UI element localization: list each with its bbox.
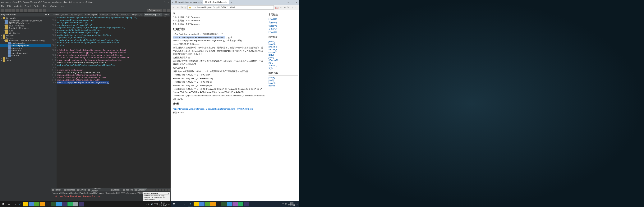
sidebar-link[interactable]: maven bbox=[268, 84, 298, 87]
app-icon[interactable] bbox=[199, 202, 204, 206]
minimize-icon[interactable]: ─ bbox=[160, 1, 162, 4]
tree-item[interactable]: ▸zhao bbox=[0, 59, 51, 62]
tree-item[interactable]: ▸Java Resources bbox=[0, 24, 51, 27]
menu-search[interactable]: Search bbox=[24, 5, 31, 7]
toolbar-button[interactable] bbox=[8, 9, 12, 12]
menu-icon[interactable]: ▾ bbox=[48, 14, 50, 16]
favorite-icon[interactable]: ☆ bbox=[280, 6, 282, 9]
sidebar-link[interactable]: centos(2) bbox=[268, 51, 298, 54]
sidebar-link[interactable]: 我的标签 bbox=[268, 31, 298, 34]
close-icon[interactable]: ✕ bbox=[168, 1, 170, 4]
app-icon[interactable] bbox=[73, 202, 78, 206]
app-icon[interactable] bbox=[40, 202, 45, 206]
bottom-tab-servers[interactable]: Servers bbox=[76, 188, 87, 191]
sidebar-link[interactable]: python(4) bbox=[268, 46, 298, 48]
edge-icon[interactable]: e bbox=[188, 202, 194, 206]
refresh-button[interactable]: ↻ bbox=[180, 6, 183, 9]
tree-item[interactable]: ▸WebContent bbox=[0, 32, 51, 34]
toolbar-button[interactable] bbox=[1, 9, 4, 12]
sidebar-link[interactable]: 我的随笔 bbox=[268, 18, 298, 21]
sidebar-link[interactable]: java(4) bbox=[268, 40, 298, 43]
code-editor[interactable]: 123 124 125 126 127 128 129 130 131 132 … bbox=[51, 16, 171, 188]
sidebar-link[interactable]: linux(4) bbox=[268, 82, 298, 84]
console-icon[interactable] bbox=[156, 188, 158, 191]
editor-tab[interactable]: shopcar.jsp bbox=[131, 13, 144, 16]
bottom-tab-snippets[interactable]: Snippets bbox=[110, 188, 122, 191]
tree-item[interactable]: ▾Tomcat v9.0 Server at localhost-config bbox=[0, 39, 51, 42]
menu-edit[interactable]: Edit bbox=[7, 5, 11, 7]
quick-access[interactable]: Quick Access bbox=[147, 8, 162, 12]
tree-item[interactable]: tomcat-users.xml bbox=[0, 52, 51, 54]
link-icon[interactable]: ⫘ bbox=[45, 14, 47, 16]
volume-icon[interactable]: 🔊 bbox=[150, 203, 153, 205]
sidebar-link[interactable]: 最新评论 bbox=[268, 28, 298, 31]
tree-item[interactable]: ▸build bbox=[0, 29, 51, 32]
notifications-icon[interactable]: ▭ bbox=[168, 203, 170, 205]
clock-date[interactable]: 2018/4/8 bbox=[288, 204, 295, 206]
toolbar-button[interactable] bbox=[24, 9, 27, 12]
notifications-icon[interactable]: ▭ bbox=[296, 203, 298, 205]
close-icon[interactable]: × bbox=[168, 192, 169, 194]
start-button[interactable]: ⊞ bbox=[171, 202, 177, 206]
tree-item[interactable]: web.xml bbox=[0, 54, 51, 57]
cortana-icon[interactable]: ○ bbox=[177, 202, 182, 206]
perspective-button[interactable] bbox=[163, 9, 166, 12]
reading-icon[interactable]: 📖 bbox=[275, 6, 278, 9]
menu-file[interactable]: File bbox=[1, 5, 4, 7]
editor-tab[interactable]: MyTools.java bbox=[70, 13, 84, 16]
toolbar-button[interactable] bbox=[35, 9, 38, 12]
app-icon[interactable] bbox=[34, 202, 40, 206]
reference-link[interactable]: https://tomcat.apache.org/tomcat-7.0-doc… bbox=[173, 108, 256, 110]
wifi-icon[interactable]: ⊚ bbox=[148, 203, 149, 205]
tree-item[interactable]: ▸JavaScript Resources bbox=[0, 27, 51, 29]
tree-item[interactable]: ▸JAX-WS Web Services bbox=[0, 22, 51, 24]
toolbar-button[interactable] bbox=[16, 9, 19, 12]
eclipse-taskbar-icon[interactable] bbox=[62, 202, 67, 206]
browser-tab[interactable]: Invalid character found in th bbox=[174, 0, 203, 4]
app-icon[interactable] bbox=[68, 202, 73, 206]
sidebar-link[interactable]: jdk(2) bbox=[268, 54, 298, 56]
menu-window[interactable]: Window bbox=[50, 5, 57, 7]
app-icon[interactable] bbox=[216, 202, 221, 206]
sidebar-link[interactable]: jre(1) bbox=[268, 62, 298, 64]
bottom-tab-properties[interactable]: Properties bbox=[63, 188, 76, 191]
app-icon[interactable] bbox=[45, 202, 50, 206]
app-icon[interactable] bbox=[51, 202, 56, 206]
tree-item[interactable]: catalina.policy bbox=[0, 42, 51, 44]
toolbar-button[interactable] bbox=[39, 9, 42, 12]
eclipse-taskbar-icon[interactable] bbox=[78, 202, 84, 206]
network-icon[interactable]: ▵ bbox=[146, 203, 146, 205]
code-content[interactable]: commons-httpclient-*.jar,commons-io-*.ja… bbox=[56, 16, 171, 188]
clock-time[interactable]: 9:28 bbox=[288, 202, 295, 204]
clock-date[interactable]: 2018/4/8 bbox=[160, 204, 167, 206]
minimize-icon[interactable]: ─ bbox=[288, 1, 289, 4]
perspective-button[interactable] bbox=[167, 9, 170, 12]
share-icon[interactable]: ⇪ bbox=[291, 6, 293, 9]
console-icon[interactable] bbox=[148, 188, 150, 191]
clock-time[interactable]: 9:28 bbox=[160, 202, 167, 204]
app-icon[interactable] bbox=[227, 202, 232, 206]
editor-tab[interactable]: ShopCar.java bbox=[84, 13, 98, 16]
console-icon[interactable] bbox=[162, 188, 164, 191]
app-icon[interactable] bbox=[205, 202, 210, 206]
menu-help[interactable]: Help bbox=[60, 5, 64, 7]
menu-project[interactable]: Project bbox=[34, 5, 40, 7]
bottom-tab-problems[interactable]: Problems bbox=[122, 188, 134, 191]
home-button[interactable]: ⌂ bbox=[184, 6, 186, 9]
bottom-tab-markers[interactable]: Markers bbox=[51, 188, 63, 191]
tree-item[interactable]: ▾Servers bbox=[0, 37, 51, 39]
lang-indicator[interactable]: 中 英 bbox=[282, 203, 287, 206]
close-icon[interactable]: × bbox=[145, 189, 146, 191]
toolbar-button[interactable] bbox=[12, 9, 15, 12]
favorites-list-icon[interactable]: ≡ bbox=[284, 6, 286, 9]
console-icon[interactable] bbox=[168, 188, 170, 191]
edge-icon[interactable]: e bbox=[18, 202, 23, 206]
eclipse-icon[interactable] bbox=[244, 202, 249, 206]
console-icon[interactable] bbox=[153, 188, 156, 191]
toolbar-button[interactable] bbox=[28, 9, 31, 12]
console-icon[interactable] bbox=[159, 188, 161, 191]
url-bar[interactable]: 🔒 https://www.cnblogs.com/wuyy/dip/p/766… bbox=[188, 5, 274, 10]
editor-tab[interactable]: index.jsp bbox=[98, 13, 109, 16]
tree-item[interactable]: catalina.properties bbox=[0, 44, 51, 47]
menu-run[interactable]: Run bbox=[43, 5, 47, 7]
